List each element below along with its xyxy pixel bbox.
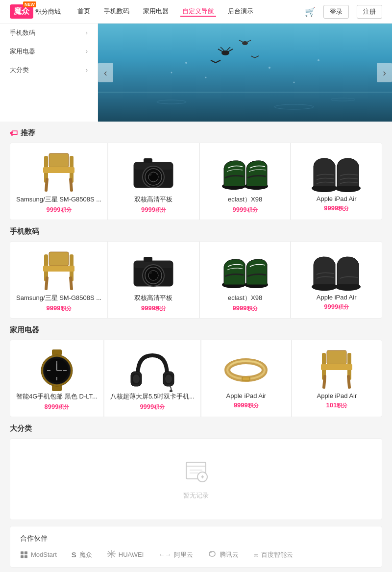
section-category-title: 大分类 — [10, 417, 382, 438]
logo-subtitle: 积分商城 — [35, 7, 61, 16]
banner-next-button[interactable]: › — [377, 63, 392, 82]
aliyun-icon: ←→ — [158, 551, 171, 558]
svg-point-8 — [185, 62, 187, 64]
product-price: 9999积分 — [234, 401, 259, 409]
banner-image — [98, 24, 392, 122]
camera-svg — [129, 152, 178, 194]
product-name: 双核高清平板 — [114, 195, 193, 204]
sidebar-item-category[interactable]: 大分类 › — [0, 61, 98, 79]
product-name: eclast）X98 — [206, 195, 285, 204]
cart-icon[interactable]: 🛒 — [305, 6, 316, 17]
svg-rect-22 — [144, 158, 152, 163]
product-image-watch — [30, 348, 84, 392]
partner-modstart-label: ModStart — [31, 551, 57, 558]
partner-mozong[interactable]: S 魔众 — [72, 550, 92, 559]
product-price: 9999积分 — [47, 206, 72, 214]
product-image-chair3 — [310, 348, 364, 392]
nav-custom[interactable]: 自定义导航 — [180, 7, 216, 17]
page-wrapper: 魔众 NEW 积分商城 首页 手机数码 家用电器 自定义导航 后台演示 🛒 登录… — [0, 0, 392, 572]
partner-mozong-label: 魔众 — [79, 550, 92, 559]
product-image-chair2 — [32, 249, 86, 294]
product-price: 9999积分 — [47, 304, 72, 312]
svg-point-12 — [318, 59, 319, 61]
product-card: Apple iPad Air 9999积分 — [291, 242, 382, 318]
product-price: 9999积分 — [233, 304, 258, 312]
product-card: Samsung/三星 SM-G8508S ... 9999积分 — [10, 143, 107, 220]
product-card: 八核超薄大屏5.5吋双卡手机... 9999积分 — [104, 340, 200, 417]
content-area: 🏷 推荐 Samsung/三星 SM-G8508S ... 9999 — [0, 122, 392, 572]
category-label: 大分类 — [10, 424, 32, 433]
svg-point-11 — [294, 82, 295, 83]
product-card: eclast）X98 9999积分 — [200, 143, 291, 220]
register-button[interactable]: 注册 — [357, 5, 382, 19]
logo-brand: 魔众 NEW — [10, 4, 33, 19]
svg-rect-14 — [49, 153, 69, 167]
login-button[interactable]: 登录 — [323, 5, 349, 19]
product-price: 9999积分 — [141, 304, 166, 312]
svg-rect-92 — [24, 555, 27, 558]
nav-mobile[interactable]: 手机数码 — [102, 7, 131, 17]
product-card: Apple iPad Air 101积分 — [292, 340, 382, 417]
product-name: Apple iPad Air — [207, 392, 285, 399]
product-name: eclast）X98 — [206, 294, 285, 302]
partner-aliyun-label: 阿里云 — [174, 550, 193, 559]
product-card: Apple iPad Air 9999积分 — [291, 143, 382, 220]
appliance-grid: 智能4G手机包邮 黑色 D-LT... 8999积分 — [10, 340, 382, 417]
logo-badge: NEW — [23, 1, 36, 7]
product-price: 9999积分 — [141, 206, 166, 214]
svg-rect-89 — [21, 551, 24, 554]
empty-icon — [184, 458, 208, 487]
product-price: 9999积分 — [324, 303, 349, 311]
product-card: eclast）X98 9999积分 — [200, 242, 291, 318]
tengxun-icon — [208, 550, 217, 559]
product-name: Samsung/三星 SM-G8508S ... — [16, 195, 101, 204]
sidebar-arrow-category: › — [86, 67, 88, 74]
svg-point-28 — [149, 174, 151, 175]
partner-baidu[interactable]: ∞ 百度智能云 — [253, 550, 293, 559]
svg-rect-90 — [24, 551, 27, 554]
huawei-icon — [107, 550, 116, 559]
mobile-grid: Samsung/三星 SM-G8508S ... 9999积分 双核高清平板 — [10, 241, 382, 319]
svg-rect-76 — [327, 350, 346, 364]
partner-huawei[interactable]: HUAWEI — [107, 550, 144, 559]
product-name: Apple iPad Air — [297, 294, 376, 301]
product-image-bracelet — [219, 348, 273, 392]
nav-demo[interactable]: 后台演示 — [226, 7, 255, 17]
svg-rect-79 — [321, 364, 352, 370]
appliance-label: 家用电器 — [10, 325, 39, 335]
product-image-camera — [126, 151, 180, 195]
svg-rect-43 — [144, 257, 152, 262]
partner-tengxun-label: 腾讯云 — [220, 550, 239, 559]
product-name: Apple iPad Air — [298, 392, 376, 399]
partner-modstart[interactable]: ModStart — [20, 551, 57, 559]
section-mobile-title: 手机数码 — [10, 220, 382, 241]
sidebar-item-appliance[interactable]: 家用电器 › — [0, 42, 98, 61]
banner-prev-button[interactable]: ‹ — [98, 63, 113, 82]
nav-home[interactable]: 首页 — [75, 7, 92, 17]
product-image-camera2 — [126, 249, 180, 294]
sidebar-item-mobile[interactable]: 手机数码 › — [0, 24, 98, 42]
recommend-grid: Samsung/三星 SM-G8508S ... 9999积分 — [10, 143, 382, 220]
partners-section: 合作伙伴 ModStart S 魔众 — [10, 526, 382, 568]
partner-aliyun[interactable]: ←→ 阿里云 — [158, 550, 193, 559]
svg-rect-35 — [49, 252, 69, 266]
section-appliance-title: 家用电器 — [10, 319, 382, 340]
shoes-svg — [218, 151, 272, 195]
svg-rect-0 — [98, 24, 392, 92]
nav-appliance[interactable]: 家用电器 — [141, 7, 171, 17]
product-name: 八核超薄大屏5.5吋双卡手机... — [110, 392, 195, 401]
partner-tengxun[interactable]: 腾讯云 — [208, 550, 239, 559]
boots-svg — [310, 151, 364, 195]
product-image-chair — [32, 151, 86, 195]
product-card: 智能4G手机包邮 黑色 D-LT... 8999积分 — [10, 340, 103, 417]
product-image-shoes — [218, 151, 272, 195]
sidebar: 手机数码 › 家用电器 › 大分类 › — [0, 24, 98, 122]
svg-rect-34 — [337, 186, 359, 190]
product-price: 9999积分 — [233, 206, 258, 214]
product-image-boots2 — [310, 249, 364, 294]
sidebar-label-mobile: 手机数码 — [10, 28, 35, 37]
baidu-icon: ∞ — [253, 551, 258, 559]
top-section: 手机数码 › 家用电器 › 大分类 › — [0, 24, 392, 122]
recommend-label: 推荐 — [21, 128, 35, 138]
svg-rect-54 — [52, 349, 62, 355]
